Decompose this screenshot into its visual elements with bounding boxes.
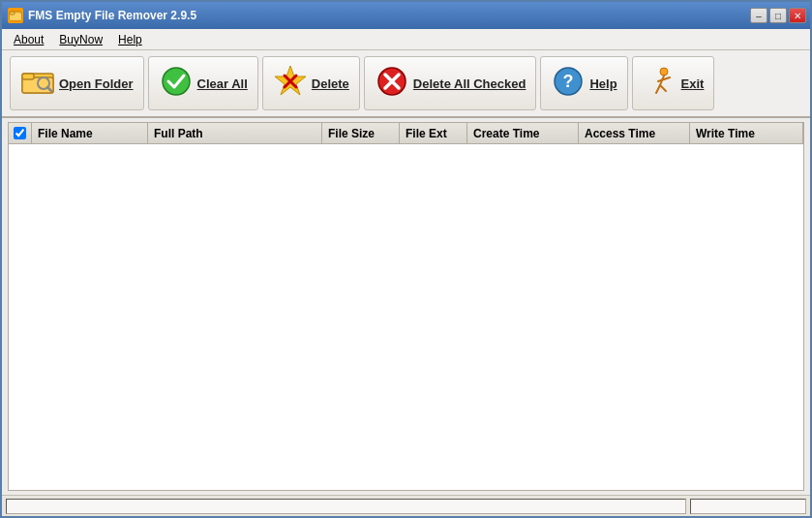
open-folder-label: Open Folder	[59, 76, 134, 91]
menu-about[interactable]: About	[6, 31, 51, 48]
help-button[interactable]: ? Help	[540, 56, 627, 110]
menu-help[interactable]: Help	[110, 31, 150, 48]
delete-all-checked-icon	[375, 64, 409, 104]
delete-button[interactable]: Delete	[262, 56, 360, 110]
window-controls: – □ ✕	[750, 8, 806, 23]
status-panel-right	[690, 499, 806, 514]
help-icon: ?	[551, 64, 586, 104]
col-check-header[interactable]	[9, 123, 32, 143]
open-folder-icon	[20, 64, 55, 104]
col-fullpath-header[interactable]: Full Path	[148, 123, 322, 143]
col-accesstime-header[interactable]: Access Time	[579, 123, 690, 143]
svg-point-8	[163, 68, 190, 95]
close-button[interactable]: ✕	[789, 8, 806, 23]
open-folder-button[interactable]: Open Folder	[10, 56, 144, 110]
delete-label: Delete	[312, 76, 349, 91]
status-bar	[2, 495, 810, 516]
delete-all-checked-button[interactable]: Delete All Checked	[364, 56, 537, 110]
window-title: FMS Empty File Remover 2.9.5	[28, 9, 196, 22]
delete-all-checked-label: Delete All Checked	[413, 76, 526, 91]
file-table: File Name Full Path File Size File Ext C…	[8, 122, 804, 491]
table-header: File Name Full Path File Size File Ext C…	[9, 123, 803, 144]
app-icon	[8, 8, 23, 23]
col-fileext-header[interactable]: File Ext	[400, 123, 467, 143]
select-all-checkbox[interactable]	[14, 127, 26, 139]
menu-bar: About BuyNow Help	[2, 29, 810, 50]
exit-button[interactable]: Exit	[632, 56, 715, 110]
menu-buynow[interactable]: BuyNow	[51, 31, 110, 48]
main-window: FMS Empty File Remover 2.9.5 – □ ✕ About…	[0, 0, 812, 518]
col-filesize-header[interactable]: File Size	[322, 123, 400, 143]
delete-icon	[273, 64, 308, 104]
col-createtime-header[interactable]: Create Time	[467, 123, 579, 143]
clear-all-label: Clear All	[197, 76, 248, 91]
col-filename-header[interactable]: File Name	[32, 123, 148, 143]
help-label: Help	[589, 76, 617, 91]
exit-icon	[643, 64, 677, 104]
restore-button[interactable]: □	[769, 8, 787, 23]
svg-line-22	[658, 79, 664, 81]
svg-line-20	[660, 85, 666, 91]
exit-label: Exit	[681, 76, 705, 91]
toolbar: Open Folder Clear All	[2, 50, 810, 118]
clear-all-button[interactable]: Clear All	[148, 56, 258, 110]
svg-text:?: ?	[563, 72, 574, 91]
svg-rect-2	[10, 12, 15, 15]
svg-point-17	[660, 68, 668, 76]
title-bar: FMS Empty File Remover 2.9.5 – □ ✕	[2, 2, 810, 29]
status-panel-left	[6, 499, 686, 514]
table-body	[9, 144, 803, 490]
col-writetime-header[interactable]: Write Time	[690, 123, 803, 143]
svg-rect-5	[22, 74, 34, 79]
svg-line-19	[656, 85, 660, 93]
clear-all-icon	[159, 64, 194, 104]
minimize-button[interactable]: –	[750, 8, 767, 23]
